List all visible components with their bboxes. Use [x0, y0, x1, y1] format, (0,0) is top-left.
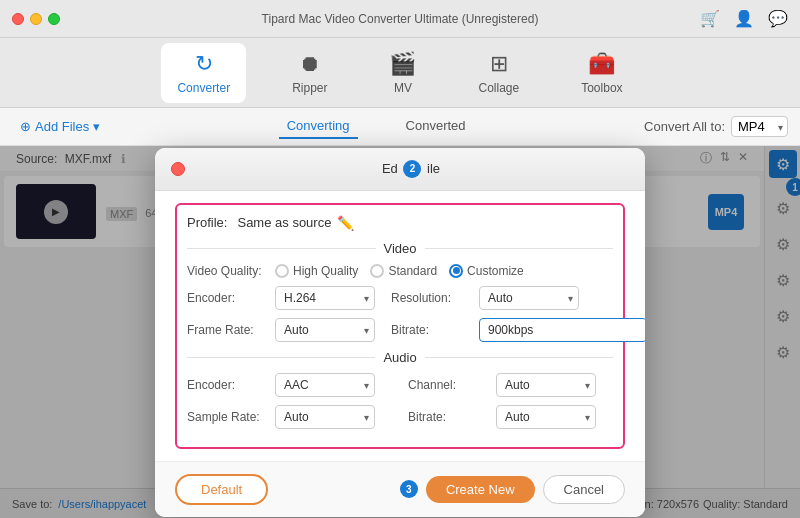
- video-settings-grid: Encoder: H.264 H.265 Resolution:: [187, 286, 613, 342]
- video-bitrate-input[interactable]: [479, 318, 645, 342]
- nav-collage-label: Collage: [478, 81, 519, 95]
- traffic-lights: [12, 13, 60, 25]
- tab-converted[interactable]: Converted: [398, 114, 474, 139]
- audio-channel-row: Channel: Auto Stereo Mono: [408, 373, 613, 397]
- converter-icon: ↻: [195, 51, 213, 77]
- mv-icon: 🎬: [389, 51, 416, 77]
- add-files-button[interactable]: ⊕ Add Files ▾: [12, 115, 108, 138]
- user-icon[interactable]: 👤: [734, 9, 754, 28]
- maximize-button[interactable]: [48, 13, 60, 25]
- divider-line-left: [187, 248, 376, 249]
- add-files-label: Add Files: [35, 119, 89, 134]
- quality-radio-group: High Quality Standard Customize: [275, 264, 524, 278]
- nav-ripper[interactable]: ⏺ Ripper: [276, 43, 343, 103]
- audio-section-label: Audio: [383, 350, 416, 365]
- title-icons: 🛒 👤 💬: [700, 9, 788, 28]
- frame-rate-label: Frame Rate:: [187, 323, 267, 337]
- profile-edit-icon[interactable]: ✏️: [337, 215, 354, 231]
- audio-channel-label: Channel:: [408, 378, 488, 392]
- divider-line-right: [425, 248, 614, 249]
- quality-high[interactable]: High Quality: [275, 264, 358, 278]
- close-button[interactable]: [12, 13, 24, 25]
- audio-bitrate-row: Bitrate: Auto 128kbps: [408, 405, 613, 429]
- modal-close-button[interactable]: [171, 162, 185, 176]
- minimize-button[interactable]: [30, 13, 42, 25]
- video-bitrate-row: Bitrate:: [391, 318, 645, 342]
- profile-row: Profile: Same as source ✏️: [187, 215, 613, 231]
- audio-sample-rate-select[interactable]: Auto 44100: [275, 405, 375, 429]
- audio-bitrate-label: Bitrate:: [408, 410, 488, 424]
- convert-all-section: Convert All to: MP4 MKV AVI: [644, 116, 788, 137]
- title-bar: Tipard Mac Video Converter Ultimate (Unr…: [0, 0, 800, 38]
- video-section-label: Video: [384, 241, 417, 256]
- audio-channel-select[interactable]: Auto Stereo Mono: [496, 373, 596, 397]
- video-quality-row: Video Quality: High Quality Standard: [187, 264, 613, 278]
- ripper-icon: ⏺: [299, 51, 321, 77]
- app-title: Tipard Mac Video Converter Ultimate (Unr…: [262, 12, 539, 26]
- encoder-select[interactable]: H.264 H.265: [275, 286, 375, 310]
- radio-customize: [449, 264, 463, 278]
- nav-converter[interactable]: ↻ Converter: [161, 43, 246, 103]
- radio-standard: [370, 264, 384, 278]
- resolution-label: Resolution:: [391, 291, 471, 305]
- encoder-select-wrapper: H.264 H.265: [275, 286, 375, 310]
- nav-collage[interactable]: ⊞ Collage: [462, 43, 535, 103]
- tab-converting[interactable]: Converting: [279, 114, 358, 139]
- video-bitrate-label: Bitrate:: [391, 323, 471, 337]
- profile-label: Profile:: [187, 215, 227, 230]
- cancel-button[interactable]: Cancel: [543, 475, 625, 504]
- encoder-label: Encoder:: [187, 291, 267, 305]
- frame-rate-row: Frame Rate: Auto 24 30: [187, 318, 375, 342]
- audio-sample-rate-wrapper: Auto 44100: [275, 405, 375, 429]
- quality-standard[interactable]: Standard: [370, 264, 437, 278]
- format-select[interactable]: MP4 MKV AVI: [731, 116, 788, 137]
- modal-footer: Default 3 Create New Cancel: [155, 461, 645, 517]
- modal-step-badge: 2: [403, 160, 421, 178]
- quality-customize[interactable]: Customize: [449, 264, 524, 278]
- frame-rate-select-wrapper: Auto 24 30: [275, 318, 375, 342]
- modal-header: Ed 2 ile: [155, 148, 645, 191]
- nav-mv[interactable]: 🎬 MV: [373, 43, 432, 103]
- audio-encoder-select[interactable]: AAC MP3: [275, 373, 375, 397]
- audio-divider-left: [187, 357, 375, 358]
- nav-bar: ↻ Converter ⏺ Ripper 🎬 MV ⊞ Collage 🧰 To…: [0, 38, 800, 108]
- settings-box: Profile: Same as source ✏️ Video Video Q…: [175, 203, 625, 449]
- dropdown-arrow-icon: ▾: [93, 119, 100, 134]
- modal-overlay: Ed 2 ile Profile: Same as source ✏️: [0, 146, 800, 518]
- audio-bitrate-wrapper: Auto 128kbps: [496, 405, 596, 429]
- chat-icon[interactable]: 💬: [768, 9, 788, 28]
- nav-converter-label: Converter: [177, 81, 230, 95]
- audio-bitrate-select[interactable]: Auto 128kbps: [496, 405, 596, 429]
- collage-icon: ⊞: [490, 51, 508, 77]
- nav-mv-label: MV: [394, 81, 412, 95]
- plus-icon: ⊕: [20, 119, 31, 134]
- convert-all-label: Convert All to:: [644, 119, 725, 134]
- audio-divider-right: [425, 357, 613, 358]
- radio-high: [275, 264, 289, 278]
- frame-rate-select[interactable]: Auto 24 30: [275, 318, 375, 342]
- resolution-select-wrapper: Auto 1920x1080: [479, 286, 579, 310]
- nav-toolbox[interactable]: 🧰 Toolbox: [565, 43, 638, 103]
- format-select-wrapper: MP4 MKV AVI: [731, 116, 788, 137]
- nav-ripper-label: Ripper: [292, 81, 327, 95]
- toolbar: ⊕ Add Files ▾ Converting Converted Conve…: [0, 108, 800, 146]
- audio-settings-grid: Encoder: AAC MP3 Channel:: [187, 373, 613, 429]
- toolbox-icon: 🧰: [588, 51, 615, 77]
- toolbar-tabs: Converting Converted: [108, 114, 644, 139]
- audio-channel-select-wrapper: Auto Stereo Mono: [496, 373, 596, 397]
- create-new-button[interactable]: Create New: [426, 476, 535, 503]
- nav-toolbox-label: Toolbox: [581, 81, 622, 95]
- resolution-row: Resolution: Auto 1920x1080: [391, 286, 645, 310]
- cart-icon[interactable]: 🛒: [700, 9, 720, 28]
- audio-encoder-label: Encoder:: [187, 378, 267, 392]
- resolution-select[interactable]: Auto 1920x1080: [479, 286, 579, 310]
- video-quality-label: Video Quality:: [187, 264, 267, 278]
- encoder-row: Encoder: H.264 H.265: [187, 286, 375, 310]
- default-button[interactable]: Default: [175, 474, 268, 505]
- audio-encoder-row: Encoder: AAC MP3: [187, 373, 392, 397]
- audio-encoder-select-wrapper: AAC MP3: [275, 373, 375, 397]
- modal-title: Ed 2 ile: [193, 160, 629, 178]
- audio-sample-rate-label: Sample Rate:: [187, 410, 267, 424]
- step3-badge: 3: [400, 480, 418, 498]
- edit-profile-modal: Ed 2 ile Profile: Same as source ✏️: [155, 148, 645, 517]
